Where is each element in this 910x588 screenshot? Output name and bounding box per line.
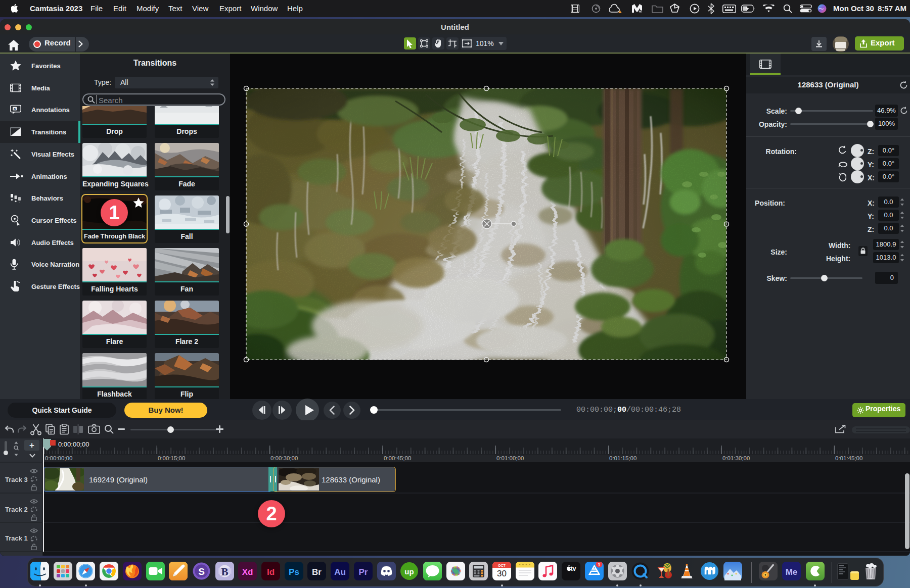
svg-text:30: 30 bbox=[497, 569, 507, 578]
svg-text:S: S bbox=[198, 566, 205, 577]
svg-text:0:01:15;00: 0:01:15;00 bbox=[609, 455, 636, 461]
svg-text:0:00:30;00: 0:00:30;00 bbox=[270, 455, 298, 461]
svg-text:0:01:45;00: 0:01:45;00 bbox=[835, 455, 862, 461]
svg-text:Me: Me bbox=[786, 567, 798, 577]
svg-text:Id: Id bbox=[267, 567, 275, 577]
svg-text:0:00:15;00: 0:00:15;00 bbox=[158, 455, 185, 461]
svg-text:1: 1 bbox=[598, 562, 601, 567]
svg-text:Br: Br bbox=[312, 567, 322, 577]
svg-text:0:00:00;00: 0:00:00;00 bbox=[45, 455, 72, 461]
svg-text:OCT: OCT bbox=[498, 564, 506, 567]
svg-text:B: B bbox=[221, 566, 228, 578]
svg-text:Pr: Pr bbox=[358, 567, 368, 577]
svg-text:0:01:30;00: 0:01:30;00 bbox=[722, 455, 750, 461]
svg-text:0:00:45;00: 0:00:45;00 bbox=[384, 455, 411, 461]
svg-text:tv: tv bbox=[571, 565, 576, 572]
svg-text:up: up bbox=[405, 567, 414, 576]
svg-text:0:01:00;00: 0:01:00;00 bbox=[496, 455, 524, 461]
svg-text:Au: Au bbox=[334, 567, 346, 577]
svg-text:Xd: Xd bbox=[242, 567, 253, 577]
svg-text:Ps: Ps bbox=[289, 567, 299, 577]
